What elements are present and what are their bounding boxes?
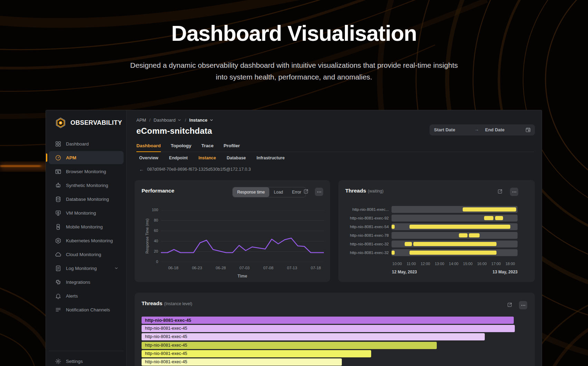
thread-bar-label: http-nio-8081-exec-45 [145,343,187,348]
waiting-segment[interactable] [405,242,412,246]
subtab-database[interactable]: Database [226,156,246,160]
thread-bar[interactable]: http-nio-8081-exec-45 [142,317,514,324]
hero-title: Dashboard Visualisation [0,21,588,46]
tab-topology[interactable]: Topology [171,143,192,152]
thread-bar[interactable]: http-nio-8081-exec-45 [142,342,437,349]
sidebar-item-integrations[interactable]: Integrations [49,275,124,289]
panel-title: Threads(Instance level) [142,300,192,307]
response-time-line [161,210,324,262]
arrow-right-icon: → [474,127,479,132]
breadcrumb-label: Instance [189,118,208,123]
service-name: eComm-snitchdata [136,126,212,136]
sidebar-item-dashboard[interactable]: Dashboard [49,137,124,150]
tab-profiler[interactable]: Profiler [224,143,240,152]
sidebar-item-label: Notification Channels [66,307,110,312]
more-options-button[interactable] [510,188,518,196]
waiting-segment[interactable] [469,233,480,237]
sidebar-item-settings[interactable]: Settings [49,355,124,366]
chevron-down-icon [209,118,214,122]
subtab-infrastructure[interactable]: Infrastructure [257,156,285,160]
waiting-segment[interactable] [459,233,467,237]
cloud-icon [55,251,61,258]
dashboard-window: OBSERVABILITY DashboardAPMBrowser Monito… [46,110,542,366]
waiting-segment[interactable] [409,251,497,255]
hero-subtitle: Designed a dynamic observability dashboa… [0,59,588,83]
waiting-segment[interactable] [484,216,493,220]
log-icon [55,265,61,272]
thread-label: http-nio-8081-exec... [345,206,389,213]
sidebar-nav: DashboardAPMBrowser MonitoringSynthetic … [49,137,124,317]
y-tick-label: 100 [146,208,158,212]
tab-dashboard[interactable]: Dashboard [136,143,161,152]
waiting-segment[interactable] [392,251,395,255]
x-tick-label: 07-08 [260,266,277,270]
sidebar-item-apm[interactable]: APM [49,151,124,164]
breadcrumb: APM/Dashboard/Instance [136,118,214,123]
calendar-icon [525,127,531,133]
gantt-track [392,241,518,247]
waiting-segment[interactable] [495,216,503,220]
date-range-picker[interactable]: Start Date → End Date [430,124,535,135]
gantt-row: http-nio-8081-exec-92 [345,215,524,222]
channels-icon [55,307,61,313]
panel-title: Performance [142,188,174,194]
waiting-segment[interactable] [392,225,395,229]
sidebar-item-cloud-monitoring[interactable]: Cloud Monitoring [49,248,124,261]
sidebar-item-mobile-monitoring[interactable]: Mobile Monitoring [49,220,124,233]
toggle-load[interactable]: Load [269,187,288,197]
instance-id-line: ← 087d094f-70e8-8696-f673-1325d530b1f5@1… [139,167,251,172]
sidebar-item-synthetic-monitoring[interactable]: Synthetic Monitoring [49,179,124,192]
more-options-button[interactable] [519,301,527,309]
sidebar-item-database-monitoring[interactable]: Database Monitoring [49,193,124,206]
x-tick-label: 06-23 [189,266,206,270]
sidebar-item-kubernetes-monitoring[interactable]: Kubernetes Monitoring [49,234,124,247]
x-tick-label: 06-18 [165,266,182,270]
subtab-overview[interactable]: Overview [139,156,158,160]
sidebar-item-notification-channels[interactable]: Notification Channels [49,303,124,316]
thread-bar[interactable]: http-nio-8081-exec-45 [142,325,515,332]
thread-bar[interactable]: http-nio-8081-exec-45 [142,358,342,366]
gantt-track [392,249,518,256]
sidebar-item-browser-monitoring[interactable]: Browser Monitoring [49,165,124,178]
x-tick-label: 06-28 [212,266,230,270]
sidebar-item-label: Cloud Monitoring [66,252,101,257]
mobile-icon [55,224,61,230]
external-link-button[interactable] [303,188,309,195]
hero-subtitle-line2: into system health, performance, and ano… [216,73,372,81]
more-options-button[interactable] [315,188,323,196]
sidebar-item-vm-monitoring[interactable]: VM Monitoring [49,206,124,219]
waiting-segment[interactable] [409,225,510,229]
threads-waiting-panel: Threads(waiting) http-nio-8081-exec...ht… [338,180,535,282]
brand: OBSERVABILITY [55,117,122,129]
sidebar-item-label: Dashboard [66,141,89,147]
sidebar-item-log-monitoring[interactable]: Log Monitoring [49,262,124,275]
toggle-response-time[interactable]: Response time [233,187,269,197]
sidebar-footer: Settings [49,351,124,366]
external-link-button[interactable] [507,302,513,308]
thread-bar-label: http-nio-8081-exec-45 [145,359,187,364]
waiting-segment[interactable] [413,242,497,246]
subtab-endpoint[interactable]: Endpoint [169,156,188,160]
database-icon [55,196,61,203]
gantt-track [392,223,518,230]
breadcrumb-item-apm[interactable]: APM [136,118,146,123]
waiting-segment[interactable] [463,207,516,212]
subtab-instance[interactable]: Instance [199,156,216,160]
thread-label: http-nio-8081-exec-92 [345,215,389,222]
breadcrumb-item-instance[interactable]: Instance [189,118,214,123]
sidebar-item-label: Mobile Monitoring [66,224,103,229]
breadcrumb-item-dashboard[interactable]: Dashboard [154,118,182,123]
sidebar-item-alerts[interactable]: Alerts [49,289,124,302]
external-link-icon [303,188,309,195]
sidebar-item-label: Database Monitoring [66,197,109,202]
more-icon [521,303,526,308]
threads-instance-panel: Threads(Instance level) http-nio-8081-ex… [135,293,535,366]
back-arrow-icon[interactable]: ← [139,167,144,172]
gantt-track [392,206,518,213]
thread-bar[interactable]: http-nio-8081-exec-45 [142,350,371,357]
panel-qualifier: (Instance level) [164,301,192,306]
thread-bar[interactable]: http-nio-8081-exec-45 [142,333,485,340]
sidebar-item-label: VM Monitoring [66,210,96,216]
external-link-button[interactable] [497,188,503,195]
tab-trace[interactable]: Trace [201,143,213,152]
